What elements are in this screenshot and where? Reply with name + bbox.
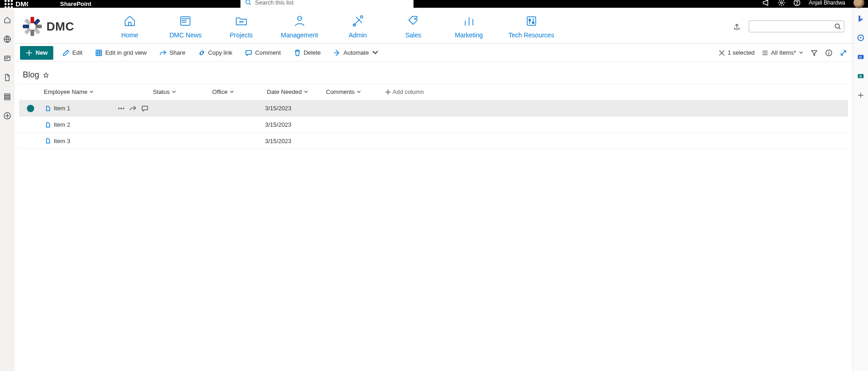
sliders-icon xyxy=(525,14,538,28)
topnav-marketing[interactable]: Marketing xyxy=(453,14,485,39)
add-column[interactable]: Add column xyxy=(383,86,465,98)
sp-news-icon[interactable] xyxy=(3,54,11,62)
row-share-icon[interactable] xyxy=(129,105,137,112)
topnav-home[interactable]: Home xyxy=(114,14,146,39)
site-search-input[interactable] xyxy=(752,23,834,30)
column-header-row: Employee Name Status Office Date Needed … xyxy=(19,83,848,100)
list-row[interactable]: Item 3 3/15/2023 xyxy=(19,133,848,149)
topnav-admin[interactable]: Admin xyxy=(342,14,374,39)
site-logo[interactable]: DMC xyxy=(23,17,96,36)
column-header-date-needed[interactable]: Date Needed xyxy=(265,86,324,98)
row-comment-icon[interactable] xyxy=(141,105,148,112)
sharepoint-icon[interactable]: S xyxy=(856,72,865,81)
suite-app-label: SharePoint xyxy=(60,0,92,7)
comment-button[interactable]: Comment xyxy=(241,46,284,60)
topnav-projects[interactable]: Projects xyxy=(225,14,257,39)
new-button-label: New xyxy=(36,49,48,56)
svg-text:S: S xyxy=(859,74,862,78)
svg-point-32 xyxy=(414,18,416,20)
svg-rect-26 xyxy=(181,17,190,26)
sp-lists-icon[interactable] xyxy=(3,93,11,101)
topnav-tech[interactable]: Tech Resources xyxy=(509,14,554,39)
copilot-icon[interactable] xyxy=(856,33,865,42)
row-select[interactable] xyxy=(19,105,42,112)
new-button[interactable]: New xyxy=(20,46,53,60)
topnav-label: Admin xyxy=(349,31,367,39)
row-overflow-icon[interactable] xyxy=(117,105,125,112)
suite-search[interactable]: Search this list xyxy=(240,0,414,9)
automate-button[interactable]: Automate xyxy=(330,46,383,60)
row-name: Item 2 xyxy=(54,121,70,128)
row-name: Item 3 xyxy=(54,138,70,144)
svg-rect-33 xyxy=(527,17,536,26)
site-top-nav: Home DMC News Projects Management Admin … xyxy=(114,14,715,39)
help-icon[interactable] xyxy=(793,0,801,6)
sp-files-icon[interactable] xyxy=(3,73,11,82)
delete-button[interactable]: Delete xyxy=(290,46,325,60)
svg-point-2 xyxy=(11,0,13,1)
view-name: All Items* xyxy=(771,49,796,56)
user-avatar[interactable] xyxy=(853,0,864,8)
topnav-news[interactable]: DMC News xyxy=(169,14,202,39)
app-launcher-icon[interactable] xyxy=(4,0,14,9)
share-button[interactable]: Share xyxy=(156,46,189,60)
clear-selection[interactable]: 1 selected xyxy=(719,49,755,56)
list-row[interactable]: Item 2 3/15/2023 xyxy=(19,116,848,133)
row-name: Item 1 xyxy=(54,105,70,112)
list-row[interactable]: Item 1 3/15/2023 xyxy=(19,100,848,116)
suite-user-name: Anjali Bhardwa xyxy=(809,0,845,6)
tag-icon xyxy=(407,14,420,28)
main-content: DMC Home DMC News Projects Management Ad… xyxy=(15,8,853,371)
info-icon[interactable] xyxy=(825,49,832,57)
column-header-employee[interactable]: Employee Name xyxy=(42,86,151,98)
topnav-label: Projects xyxy=(230,31,253,39)
sp-home-icon[interactable] xyxy=(3,16,11,24)
svg-text:DMC: DMC xyxy=(15,0,28,8)
filter-icon[interactable] xyxy=(811,49,818,57)
person-icon xyxy=(293,14,306,28)
svg-point-8 xyxy=(11,6,13,8)
topnav-label: Marketing xyxy=(455,31,483,39)
site-header: DMC Home DMC News Projects Management Ad… xyxy=(15,8,853,44)
suite-icon-megaphone[interactable] xyxy=(762,0,770,6)
edit-grid-button[interactable]: Edit in grid view xyxy=(92,46,150,60)
svg-point-5 xyxy=(11,3,13,5)
share-site-icon[interactable] xyxy=(733,23,740,30)
topnav-label: Tech Resources xyxy=(509,31,554,39)
svg-rect-22 xyxy=(5,94,10,95)
favorite-star-icon[interactable] xyxy=(43,72,49,78)
delete-button-label: Delete xyxy=(304,49,321,56)
sp-globe-icon[interactable] xyxy=(3,35,11,43)
copy-link-button[interactable]: Copy link xyxy=(194,46,236,60)
expand-icon[interactable] xyxy=(840,49,847,57)
svg-point-7 xyxy=(8,6,10,8)
outlook-icon[interactable]: O xyxy=(856,52,865,62)
svg-rect-31 xyxy=(360,16,363,18)
topnav-label: Sales xyxy=(405,31,421,39)
topnav-sales[interactable]: Sales xyxy=(398,14,429,39)
svg-rect-24 xyxy=(5,98,10,100)
column-header-office[interactable]: Office xyxy=(210,86,265,98)
site-search[interactable] xyxy=(749,21,844,32)
view-selector[interactable]: All Items* xyxy=(762,49,803,56)
settings-icon[interactable] xyxy=(778,0,785,6)
svg-point-43 xyxy=(121,108,122,109)
edit-grid-button-label: Edit in grid view xyxy=(105,49,147,56)
svg-point-42 xyxy=(118,108,119,109)
svg-point-44 xyxy=(123,108,124,109)
edge-sidebar: O S xyxy=(853,8,868,371)
row-date: 3/15/2023 xyxy=(265,105,324,112)
topnav-label: Management xyxy=(281,31,318,39)
column-header-comments[interactable]: Comments xyxy=(324,86,383,98)
sp-create-icon[interactable] xyxy=(3,112,11,120)
bing-icon[interactable] xyxy=(856,14,865,23)
item-icon xyxy=(45,105,51,112)
copy-link-button-label: Copy link xyxy=(208,49,232,56)
svg-point-15 xyxy=(860,37,862,39)
edit-button[interactable]: Edit xyxy=(59,46,86,60)
topnav-management[interactable]: Management xyxy=(281,14,318,39)
row-date: 3/15/2023 xyxy=(265,121,324,128)
column-header-status[interactable]: Status xyxy=(151,86,210,98)
svg-point-3 xyxy=(5,3,6,5)
add-app-icon[interactable] xyxy=(856,91,865,100)
